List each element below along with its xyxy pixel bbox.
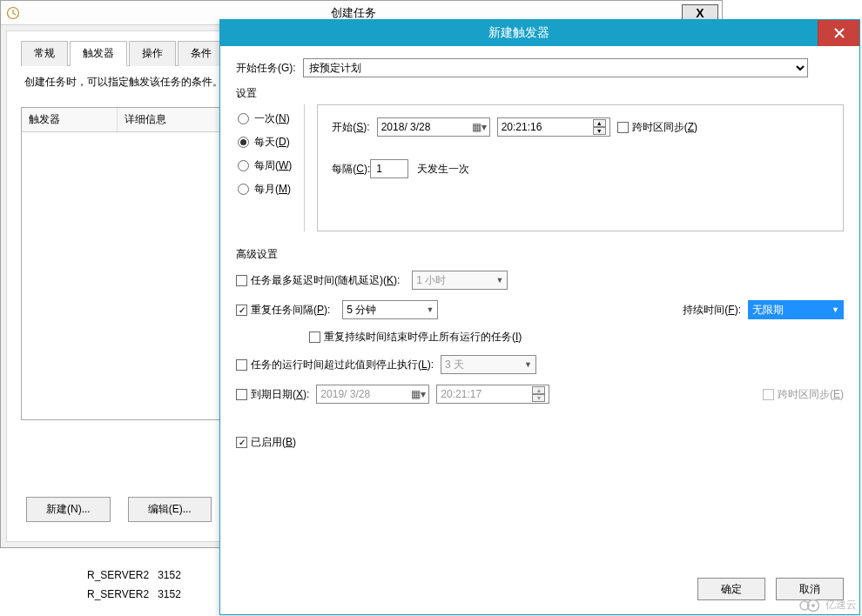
clock-icon [6, 6, 20, 20]
stop-on-repeat-end-checkbox[interactable]: 重复持续时间结束时停止所有运行的任务(I) [309, 330, 522, 345]
start-label: 开始(S): [332, 120, 369, 135]
tab-conditions[interactable]: 条件 [178, 41, 225, 66]
new-trigger-titlebar: 新建触发器 [220, 20, 859, 46]
tab-actions[interactable]: 操作 [129, 41, 176, 66]
duration-label: 持续时间(F): [683, 303, 741, 318]
ok-button[interactable]: 确定 [697, 578, 765, 600]
start-date-input[interactable]: 2018/ 3/28 ▦▾ [377, 117, 490, 137]
col-trigger[interactable]: 触发器 [22, 108, 118, 131]
recur-suffix: 天发生一次 [417, 162, 469, 177]
background-process-list: R_SERVER2 3152 R_SERVER2 3152 [87, 566, 181, 604]
edit-trigger-button[interactable]: 编辑(E)... [128, 497, 212, 522]
settings-group-label: 设置 [236, 86, 844, 101]
close-button[interactable] [818, 20, 859, 46]
calendar-icon: ▦▾ [411, 388, 425, 400]
start-time-input[interactable]: 20:21:16 ▲▼ [497, 117, 610, 137]
recur-days-input[interactable] [370, 159, 408, 178]
calendar-icon[interactable]: ▦▾ [472, 121, 486, 133]
sync-timezone-checkbox[interactable]: 跨时区同步(Z) [617, 120, 697, 135]
watermark: 亿速云 [798, 598, 857, 613]
expire-time-input: 20:21:17▲▼ [436, 385, 549, 404]
new-trigger-button[interactable]: 新建(N)... [26, 497, 111, 522]
frequency-radios: 一次(N) 每天(D) 每周(W) 每月(M) [236, 104, 305, 231]
time-spinner[interactable]: ▲▼ [593, 119, 606, 135]
tab-triggers[interactable]: 触发器 [70, 41, 127, 66]
svg-point-3 [811, 604, 815, 607]
radio-weekly[interactable]: 每周(W) [238, 158, 292, 173]
expire-date-input: 2019/ 3/28▦▾ [316, 385, 429, 404]
expire-sync-checkbox: 跨时区同步(E) [763, 387, 844, 402]
delay-select: 1 小时▼ [412, 271, 508, 290]
create-task-title: 创建任务 [25, 5, 682, 21]
radio-daily[interactable]: 每天(D) [238, 135, 292, 150]
begin-task-label: 开始任务(G): [236, 61, 296, 76]
new-trigger-dialog: 新建触发器 开始任务(G): 按预定计划 设置 一次(N) 每天(D) 每周(W… [219, 19, 860, 615]
duration-select[interactable]: 无限期▼ [748, 300, 844, 319]
tab-general[interactable]: 常规 [21, 41, 68, 66]
repeat-checkbox[interactable]: 重复任务间隔(P): [236, 303, 330, 318]
begin-task-select[interactable]: 按预定计划 [303, 58, 808, 77]
radio-once[interactable]: 一次(N) [238, 111, 292, 126]
enabled-checkbox[interactable]: 已启用(B) [236, 435, 296, 450]
stop-after-select: 3 天▼ [441, 355, 536, 374]
time-spinner: ▲▼ [532, 386, 545, 402]
new-trigger-title: 新建触发器 [220, 25, 818, 41]
delay-checkbox[interactable]: 任务最多延迟时间(随机延迟)(K): [236, 273, 400, 288]
recur-label: 每隔(C): [332, 162, 370, 177]
repeat-interval-select[interactable]: 5 分钟▼ [342, 300, 438, 319]
expire-checkbox[interactable]: 到期日期(X): [236, 387, 309, 402]
stop-after-checkbox[interactable]: 任务的运行时间超过此值则停止执行(L): [236, 358, 434, 372]
advanced-label: 高级设置 [236, 247, 844, 262]
schedule-panel: 开始(S): 2018/ 3/28 ▦▾ 20:21:16 ▲▼ 跨时区同步(Z… [317, 104, 844, 231]
radio-monthly[interactable]: 每月(M) [238, 182, 292, 197]
